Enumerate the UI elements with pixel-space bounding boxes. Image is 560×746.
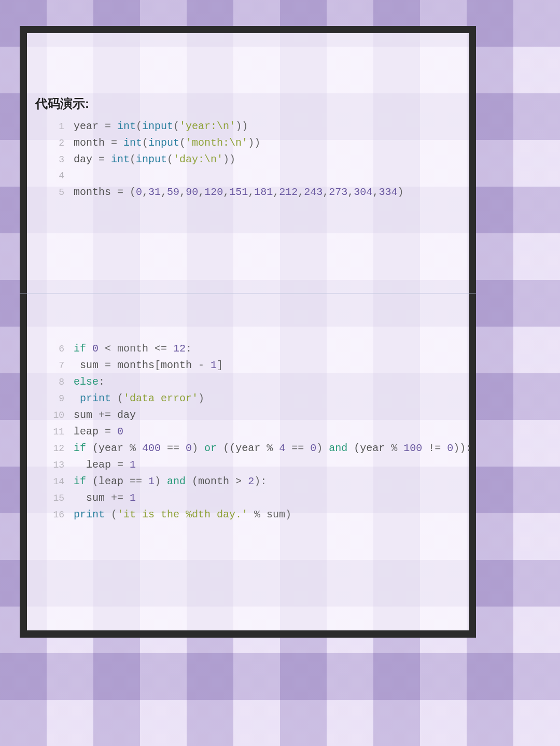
code-block-2: 6if 0 < month <= 12:7 sum = months[month… [27, 341, 469, 523]
code-text: day = int(input('day:\n')) [74, 151, 235, 167]
line-number: 6 [48, 341, 64, 357]
code-text: print ('data error') [74, 390, 204, 406]
code-line: 4 [48, 168, 458, 184]
code-line: 7 sum = months[month - 1] [48, 357, 458, 374]
code-line: 13 leap = 1 [48, 457, 458, 473]
line-number: 2 [48, 135, 64, 151]
code-text: sum += 1 [74, 490, 136, 506]
code-line: 2month = int(input('month:\n')) [48, 135, 458, 151]
code-line: 5months = (0,31,59,90,120,151,181,212,24… [48, 184, 458, 201]
line-number: 14 [48, 474, 64, 490]
code-block-1: 1year = int(input('year:\n'))2month = in… [27, 118, 469, 201]
line-number: 5 [48, 185, 64, 201]
section-title: 代码演示: [31, 95, 469, 112]
line-number: 8 [48, 374, 64, 390]
line-number: 10 [48, 407, 64, 424]
line-number: 4 [48, 168, 64, 184]
line-number: 11 [48, 424, 64, 440]
code-text: if (year % 400 == 0) or ((year % 4 == 0)… [74, 440, 472, 456]
code-line: 15 sum += 1 [48, 490, 458, 506]
code-line: 1year = int(input('year:\n')) [48, 118, 458, 135]
code-text: month = int(input('month:\n')) [74, 135, 260, 151]
line-number: 13 [48, 457, 64, 473]
code-text: if (leap == 1) and (month > 2): [74, 473, 267, 489]
code-line: 3day = int(input('day:\n')) [48, 151, 458, 168]
line-number: 9 [48, 391, 64, 407]
code-text: sum += day [74, 407, 136, 423]
code-line: 12if (year % 400 == 0) or ((year % 4 == … [48, 440, 458, 457]
line-number: 3 [48, 152, 64, 168]
code-line: 9 print ('data error') [48, 390, 458, 407]
code-line: 8else: [48, 374, 458, 390]
code-text: leap = 0 [74, 424, 123, 440]
code-line: 10sum += day [48, 407, 458, 424]
code-text: if 0 < month <= 12: [74, 341, 192, 357]
code-text: else: [74, 374, 105, 390]
code-line: 6if 0 < month <= 12: [48, 341, 458, 357]
code-text: leap = 1 [74, 457, 136, 473]
code-line: 14if (leap == 1) and (month > 2): [48, 473, 458, 490]
code-text: sum = months[month - 1] [74, 357, 223, 373]
code-line: 11leap = 0 [48, 424, 458, 440]
block-divider [20, 232, 476, 294]
line-number: 12 [48, 441, 64, 457]
code-text: year = int(input('year:\n')) [74, 118, 248, 134]
line-number: 7 [48, 358, 64, 374]
line-number: 1 [48, 119, 64, 135]
line-number: 15 [48, 490, 64, 506]
code-line: 16print ('it is the %dth day.' % sum) [48, 506, 458, 523]
code-text: months = (0,31,59,90,120,151,181,212,243… [74, 184, 403, 200]
line-number: 16 [48, 507, 64, 523]
code-text: print ('it is the %dth day.' % sum) [74, 506, 291, 523]
document-frame: 代码演示: 1year = int(input('year:\n'))2mont… [20, 26, 476, 638]
